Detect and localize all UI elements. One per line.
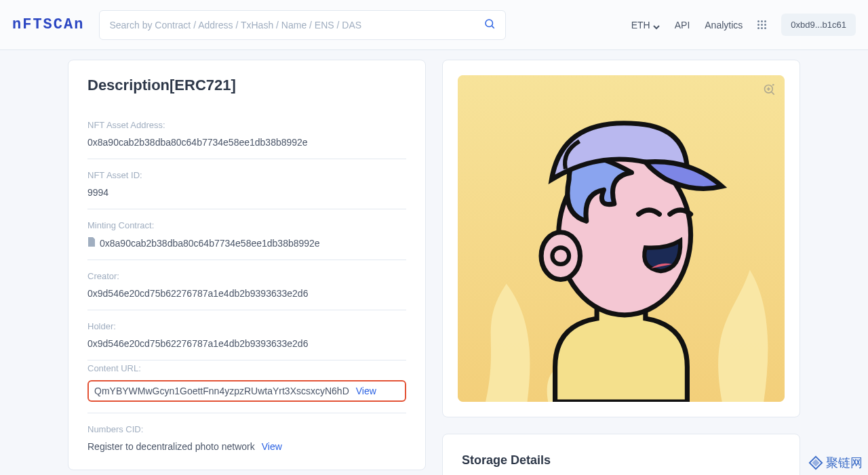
svg-point-0 [486,20,493,27]
minting-contract-value[interactable]: 0x8a90cab2b38dba80c64b7734e58ee1db38b899… [87,237,406,249]
search-icon[interactable] [484,18,496,33]
nav-api[interactable]: API [675,20,690,30]
storage-details-title: Storage Details [462,453,781,468]
search-box[interactable] [99,10,506,40]
svg-point-8 [541,232,580,280]
field-minting-contract: Minting Contract: 0x8a90cab2b38dba80c64b… [87,209,406,260]
nft-asset-address-label: NFT Asset Address: [87,120,406,130]
logo[interactable]: nFTSCAn [12,16,84,33]
field-nft-asset-id: NFT Asset ID: 9994 [87,159,406,209]
content-url-highlight: QmYBYWMwGcyn1GoettFnn4yzpzRUwtaYrt3Xscsx… [87,380,406,402]
numbers-cid-label: Numbers CID: [87,424,406,434]
minting-contract-label: Minting Contract: [87,220,406,230]
content-url-view-link[interactable]: View [356,386,376,396]
page-content: Description[ERC721] NFT Asset Address: 0… [0,50,868,475]
zoom-icon[interactable] [763,83,776,100]
numbers-cid-value: Register to decentralized photo network [87,441,255,452]
svg-line-1 [492,26,494,28]
field-content-url: Content URL: QmYBYWMwGcyn1GoettFnn4yzpzR… [87,360,406,413]
description-title: Description[ERC721] [87,77,406,94]
chain-label: ETH [631,20,650,30]
svg-marker-11 [812,459,820,467]
field-holder: Holder: 0x9d546e20cd75b62276787a1e4db2b9… [87,310,406,360]
watermark: 聚链网 [808,455,863,471]
right-column: Storage Details [442,60,800,475]
nft-asset-id-label: NFT Asset ID: [87,170,406,180]
nft-image[interactable] [458,75,785,402]
holder-value[interactable]: 0x9d546e20cd75b62276787a1e4db2b9393633e2… [87,338,406,349]
field-numbers-cid: Numbers CID: Register to decentralized p… [87,413,406,463]
nft-image-card [442,60,800,417]
field-creator: Creator: 0x9d546e20cd75b62276787a1e4db2b… [87,260,406,310]
topbar: nFTSCAn ETH API Analytics 0xbd9...b1c61 [0,0,868,50]
search-input[interactable] [109,20,484,30]
nft-asset-id-value: 9994 [87,187,406,198]
numbers-cid-view-link[interactable]: View [262,441,282,452]
document-icon [87,237,96,249]
holder-label: Holder: [87,321,406,331]
description-card: Description[ERC721] NFT Asset Address: 0… [68,60,426,470]
nav-analytics[interactable]: Analytics [705,20,743,30]
left-column: Description[ERC721] NFT Asset Address: 0… [68,60,426,475]
field-nft-asset-address: NFT Asset Address: 0x8a90cab2b38dba80c64… [87,109,406,159]
content-url-label: Content URL: [87,363,406,373]
storage-details-card: Storage Details [442,434,800,475]
content-url-value: QmYBYWMwGcyn1GoettFnn4yzpzRUwtaYrt3Xscsx… [94,386,349,396]
nav-right: ETH API Analytics 0xbd9...b1c61 [631,14,856,36]
chain-selector[interactable]: ETH [631,20,660,30]
apps-grid-icon[interactable] [757,20,766,29]
nft-asset-address-value[interactable]: 0x8a90cab2b38dba80c64b7734e58ee1db38b899… [87,137,406,148]
svg-line-3 [772,92,774,95]
wallet-address-chip[interactable]: 0xbd9...b1c61 [781,14,856,36]
chevron-down-icon [653,22,660,28]
creator-value[interactable]: 0x9d546e20cd75b62276787a1e4db2b9393633e2… [87,288,406,299]
creator-label: Creator: [87,271,406,281]
